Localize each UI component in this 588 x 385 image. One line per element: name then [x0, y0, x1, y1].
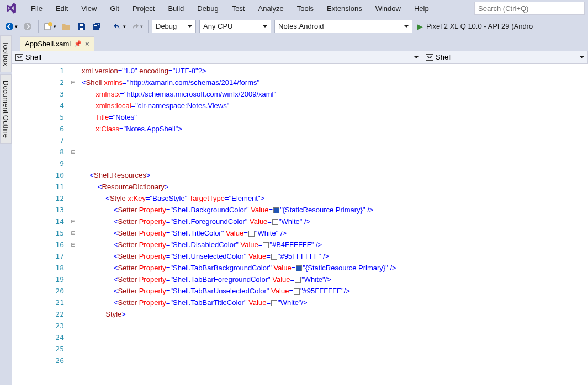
code-editor[interactable]: 1234567891011121314151617181920212223242…: [12, 64, 588, 385]
left-sidebar: Toolbox Document Outline: [0, 35, 12, 385]
menu-build[interactable]: Build: [161, 2, 190, 15]
nav-right-dropdown[interactable]: <> Shell: [422, 51, 588, 63]
vs-logo-icon: [3, 1, 19, 16]
menu-edit[interactable]: Edit: [49, 2, 75, 15]
svg-rect-4: [80, 24, 83, 26]
menu-extensions[interactable]: Extensions: [320, 2, 369, 15]
menu-view[interactable]: View: [75, 2, 103, 15]
save-button[interactable]: [75, 19, 89, 34]
config-dropdown[interactable]: Debug: [152, 20, 196, 33]
menu-bar: File Edit View Git Project Build Debug T…: [24, 2, 436, 15]
gutter: 1234567891011121314151617181920212223242…: [12, 64, 78, 385]
startup-dropdown[interactable]: Notes.Android: [274, 20, 412, 33]
open-file-button[interactable]: [59, 19, 73, 34]
toolbar: ▾ ▾ ▾ ▾ Debug Any CPU Notes.Android ▶ Pi…: [0, 17, 588, 35]
nav-right-label: Shell: [436, 53, 452, 61]
fold-column[interactable]: ⊟⊟⊟⊟⊟: [68, 64, 78, 385]
pin-icon[interactable]: 📌: [74, 40, 82, 47]
tab-label: AppShell.xaml: [25, 40, 71, 48]
main-area: Toolbox Document Outline AppShell.xaml 📌…: [0, 35, 588, 385]
line-numbers: 1234567891011121314151617181920212223242…: [12, 64, 68, 385]
search-input[interactable]: [474, 2, 585, 15]
navigation-bar: <> Shell <> Shell: [12, 51, 588, 64]
new-item-button[interactable]: ▾: [42, 19, 58, 34]
menu-test[interactable]: Test: [225, 2, 252, 15]
separator: [108, 20, 108, 33]
undo-button[interactable]: ▾: [112, 19, 128, 34]
svg-rect-6: [94, 25, 97, 26]
save-all-button[interactable]: [90, 19, 104, 34]
nav-forward-button[interactable]: [20, 19, 35, 34]
xaml-icon: <>: [15, 54, 23, 61]
nav-left-label: Shell: [25, 53, 41, 61]
platform-dropdown[interactable]: Any CPU: [199, 20, 271, 33]
close-icon[interactable]: ×: [85, 40, 89, 48]
separator: [38, 20, 39, 33]
xaml-icon: <>: [426, 54, 433, 61]
toolbox-tab[interactable]: Toolbox: [0, 35, 12, 72]
run-target-label: Pixel 2 XL Q 10.0 - API 29 (Andro: [426, 22, 533, 30]
menu-debug[interactable]: Debug: [190, 2, 225, 15]
svg-point-1: [24, 23, 31, 30]
menu-tools[interactable]: Tools: [290, 2, 320, 15]
document-tab[interactable]: AppShell.xaml 📌 ×: [20, 36, 94, 51]
title-bar: File Edit View Git Project Build Debug T…: [0, 0, 588, 17]
nav-left-dropdown[interactable]: <> Shell: [12, 51, 422, 63]
svg-point-0: [6, 23, 13, 30]
menu-file[interactable]: File: [24, 2, 49, 15]
menu-help[interactable]: Help: [407, 2, 436, 15]
document-tabs: AppShell.xaml 📌 ×: [12, 35, 588, 51]
editor-area: AppShell.xaml 📌 × <> Shell <> Shell 1234…: [12, 35, 588, 385]
svg-rect-5: [80, 28, 83, 30]
redo-button[interactable]: ▾: [129, 19, 145, 34]
menu-analyze[interactable]: Analyze: [251, 2, 290, 15]
code-content[interactable]: xml version="1.0" encoding="UTF-8"?> <Sh…: [78, 64, 588, 385]
menu-git[interactable]: Git: [103, 2, 126, 15]
play-icon: ▶: [417, 22, 423, 31]
separator: [148, 20, 149, 33]
menu-project[interactable]: Project: [126, 2, 161, 15]
run-button[interactable]: ▶ Pixel 2 XL Q 10.0 - API 29 (Andro: [414, 22, 536, 31]
nav-back-button[interactable]: ▾: [3, 19, 19, 34]
document-outline-tab[interactable]: Document Outline: [0, 74, 12, 144]
svg-point-3: [48, 22, 52, 26]
menu-window[interactable]: Window: [369, 2, 407, 15]
